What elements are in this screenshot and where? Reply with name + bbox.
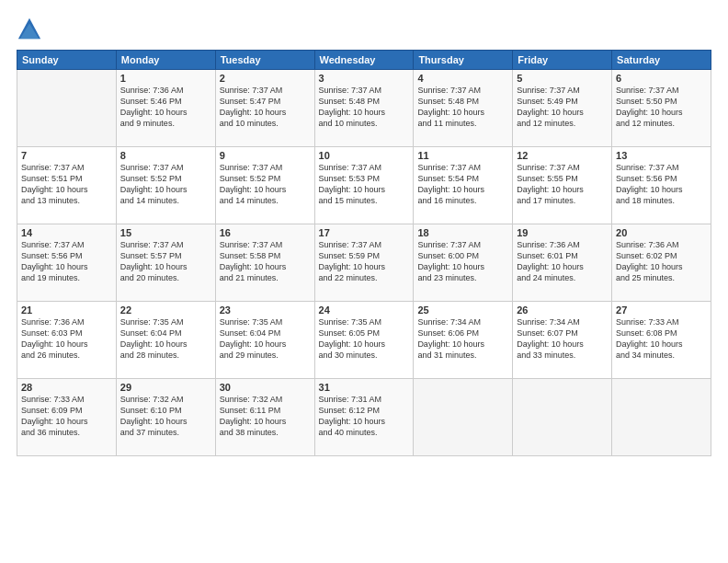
day-number: 31 — [319, 382, 410, 393]
col-header-thursday: Thursday — [414, 51, 513, 70]
day-cell: 2Sunrise: 7:37 AMSunset: 5:47 PMDaylight… — [215, 70, 314, 147]
day-header-row: SundayMondayTuesdayWednesdayThursdayFrid… — [17, 51, 711, 70]
week-row-1: 1Sunrise: 7:36 AMSunset: 5:46 PMDaylight… — [17, 70, 711, 147]
day-cell: 7Sunrise: 7:37 AMSunset: 5:51 PMDaylight… — [17, 147, 117, 224]
day-info: Sunrise: 7:37 AMSunset: 5:48 PMDaylight:… — [417, 85, 508, 130]
col-header-monday: Monday — [116, 51, 215, 70]
day-info: Sunrise: 7:37 AMSunset: 5:52 PMDaylight:… — [120, 162, 211, 207]
day-info: Sunrise: 7:37 AMSunset: 5:56 PMDaylight:… — [616, 162, 707, 207]
day-number: 13 — [616, 150, 707, 161]
day-info: Sunrise: 7:37 AMSunset: 5:55 PMDaylight:… — [517, 162, 608, 207]
day-number: 3 — [319, 73, 410, 84]
day-number: 7 — [21, 150, 112, 161]
day-number: 4 — [417, 73, 508, 84]
day-info: Sunrise: 7:35 AMSunset: 6:05 PMDaylight:… — [319, 316, 410, 362]
day-cell: 18Sunrise: 7:37 AMSunset: 6:00 PMDayligh… — [414, 224, 513, 302]
day-cell: 22Sunrise: 7:35 AMSunset: 6:04 PMDayligh… — [116, 302, 215, 379]
day-number: 16 — [220, 227, 311, 238]
day-number: 18 — [417, 227, 508, 238]
day-info: Sunrise: 7:37 AMSunset: 5:50 PMDaylight:… — [616, 85, 707, 130]
day-cell: 16Sunrise: 7:37 AMSunset: 5:58 PMDayligh… — [215, 224, 314, 302]
day-info: Sunrise: 7:37 AMSunset: 5:59 PMDaylight:… — [319, 239, 410, 284]
day-cell: 12Sunrise: 7:37 AMSunset: 5:55 PMDayligh… — [513, 147, 612, 224]
day-info: Sunrise: 7:37 AMSunset: 5:54 PMDaylight:… — [417, 162, 508, 207]
day-cell: 6Sunrise: 7:37 AMSunset: 5:50 PMDaylight… — [612, 70, 711, 147]
day-number: 23 — [220, 304, 311, 316]
day-info: Sunrise: 7:37 AMSunset: 5:47 PMDaylight:… — [220, 85, 311, 130]
day-cell: 27Sunrise: 7:33 AMSunset: 6:08 PMDayligh… — [612, 302, 711, 379]
week-row-3: 14Sunrise: 7:37 AMSunset: 5:56 PMDayligh… — [17, 224, 711, 302]
day-cell: 21Sunrise: 7:36 AMSunset: 6:03 PMDayligh… — [17, 302, 117, 379]
day-info: Sunrise: 7:36 AMSunset: 5:46 PMDaylight:… — [120, 85, 211, 130]
day-number: 14 — [21, 227, 112, 238]
day-info: Sunrise: 7:37 AMSunset: 5:56 PMDaylight:… — [21, 239, 112, 284]
day-cell: 24Sunrise: 7:35 AMSunset: 6:05 PMDayligh… — [314, 302, 414, 379]
day-info: Sunrise: 7:35 AMSunset: 6:04 PMDaylight:… — [220, 316, 311, 362]
day-cell — [17, 70, 117, 147]
day-cell: 10Sunrise: 7:37 AMSunset: 5:53 PMDayligh… — [314, 147, 414, 224]
logo — [17, 17, 44, 42]
day-number: 15 — [120, 227, 211, 238]
day-number: 21 — [21, 304, 112, 316]
day-info: Sunrise: 7:37 AMSunset: 5:52 PMDaylight:… — [220, 162, 311, 207]
page-header — [17, 17, 711, 42]
day-info: Sunrise: 7:37 AMSunset: 5:57 PMDaylight:… — [120, 239, 211, 284]
day-number: 25 — [417, 304, 508, 316]
day-info: Sunrise: 7:37 AMSunset: 5:49 PMDaylight:… — [517, 85, 608, 130]
day-number: 6 — [616, 73, 707, 84]
day-number: 29 — [120, 382, 211, 393]
day-cell: 29Sunrise: 7:32 AMSunset: 6:10 PMDayligh… — [116, 379, 215, 456]
col-header-wednesday: Wednesday — [314, 51, 414, 70]
day-info: Sunrise: 7:33 AMSunset: 6:09 PMDaylight:… — [21, 394, 112, 439]
day-cell: 9Sunrise: 7:37 AMSunset: 5:52 PMDaylight… — [215, 147, 314, 224]
day-info: Sunrise: 7:34 AMSunset: 6:07 PMDaylight:… — [517, 316, 608, 362]
day-cell: 11Sunrise: 7:37 AMSunset: 5:54 PMDayligh… — [414, 147, 513, 224]
day-info: Sunrise: 7:37 AMSunset: 6:00 PMDaylight:… — [417, 239, 508, 284]
day-info: Sunrise: 7:33 AMSunset: 6:08 PMDaylight:… — [616, 316, 707, 362]
day-number: 10 — [319, 150, 410, 161]
day-number: 9 — [220, 150, 311, 161]
day-number: 19 — [517, 227, 608, 238]
day-cell: 31Sunrise: 7:31 AMSunset: 6:12 PMDayligh… — [314, 379, 414, 456]
col-header-sunday: Sunday — [17, 51, 117, 70]
day-cell: 26Sunrise: 7:34 AMSunset: 6:07 PMDayligh… — [513, 302, 612, 379]
day-cell: 3Sunrise: 7:37 AMSunset: 5:48 PMDaylight… — [314, 70, 414, 147]
day-cell — [513, 379, 612, 456]
day-cell: 19Sunrise: 7:36 AMSunset: 6:01 PMDayligh… — [513, 224, 612, 302]
day-number: 5 — [517, 73, 608, 84]
day-cell: 8Sunrise: 7:37 AMSunset: 5:52 PMDaylight… — [116, 147, 215, 224]
day-info: Sunrise: 7:36 AMSunset: 6:03 PMDaylight:… — [21, 316, 112, 362]
col-header-saturday: Saturday — [612, 51, 711, 70]
week-row-4: 21Sunrise: 7:36 AMSunset: 6:03 PMDayligh… — [17, 302, 711, 379]
day-cell: 23Sunrise: 7:35 AMSunset: 6:04 PMDayligh… — [215, 302, 314, 379]
day-info: Sunrise: 7:36 AMSunset: 6:02 PMDaylight:… — [616, 239, 707, 284]
day-cell: 28Sunrise: 7:33 AMSunset: 6:09 PMDayligh… — [17, 379, 117, 456]
day-number: 2 — [220, 73, 311, 84]
day-info: Sunrise: 7:32 AMSunset: 6:11 PMDaylight:… — [220, 394, 311, 439]
day-cell: 4Sunrise: 7:37 AMSunset: 5:48 PMDaylight… — [414, 70, 513, 147]
day-cell — [414, 379, 513, 456]
day-number: 28 — [21, 382, 112, 393]
day-info: Sunrise: 7:37 AMSunset: 5:51 PMDaylight:… — [21, 162, 112, 207]
day-number: 22 — [120, 304, 211, 316]
week-row-5: 28Sunrise: 7:33 AMSunset: 6:09 PMDayligh… — [17, 379, 711, 456]
day-cell: 1Sunrise: 7:36 AMSunset: 5:46 PMDaylight… — [116, 70, 215, 147]
col-header-tuesday: Tuesday — [215, 51, 314, 70]
day-info: Sunrise: 7:36 AMSunset: 6:01 PMDaylight:… — [517, 239, 608, 284]
day-cell: 5Sunrise: 7:37 AMSunset: 5:49 PMDaylight… — [513, 70, 612, 147]
col-header-friday: Friday — [513, 51, 612, 70]
day-info: Sunrise: 7:31 AMSunset: 6:12 PMDaylight:… — [319, 394, 410, 439]
day-cell: 30Sunrise: 7:32 AMSunset: 6:11 PMDayligh… — [215, 379, 314, 456]
day-number: 1 — [120, 73, 211, 84]
day-cell: 14Sunrise: 7:37 AMSunset: 5:56 PMDayligh… — [17, 224, 117, 302]
day-number: 30 — [220, 382, 311, 393]
day-number: 8 — [120, 150, 211, 161]
day-info: Sunrise: 7:32 AMSunset: 6:10 PMDaylight:… — [120, 394, 211, 439]
day-info: Sunrise: 7:35 AMSunset: 6:04 PMDaylight:… — [120, 316, 211, 362]
day-number: 12 — [517, 150, 608, 161]
day-number: 24 — [319, 304, 410, 316]
day-cell: 20Sunrise: 7:36 AMSunset: 6:02 PMDayligh… — [612, 224, 711, 302]
day-number: 27 — [616, 304, 707, 316]
day-info: Sunrise: 7:37 AMSunset: 5:53 PMDaylight:… — [319, 162, 410, 207]
logo-icon — [17, 17, 42, 42]
